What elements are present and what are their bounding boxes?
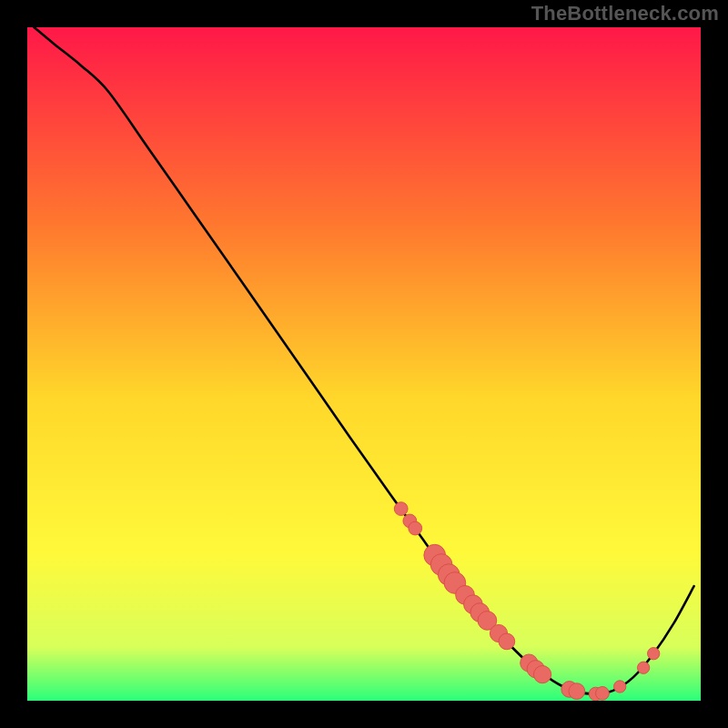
watermark-text: TheBottleneck.com — [531, 2, 719, 25]
data-marker — [596, 686, 610, 700]
data-marker — [648, 648, 660, 660]
gradient-background — [27, 27, 701, 701]
bottleneck-curve-chart — [27, 27, 701, 701]
data-marker — [533, 666, 551, 683]
data-marker — [637, 662, 649, 673]
data-marker — [409, 521, 422, 535]
data-marker — [394, 502, 408, 516]
data-marker — [614, 681, 626, 693]
data-marker — [569, 683, 585, 700]
chart-frame: TheBottleneck.com — [0, 0, 728, 728]
data-marker — [499, 633, 515, 650]
